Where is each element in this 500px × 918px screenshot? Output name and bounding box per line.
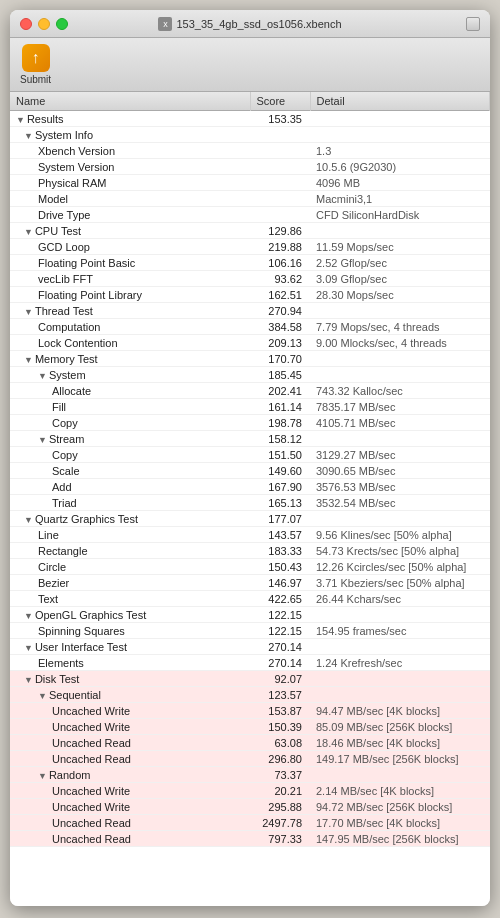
row-score: 162.51: [250, 287, 310, 303]
table-row: Elements270.141.24 Krefresh/sec: [10, 655, 490, 671]
table-row: Spinning Squares122.15154.95 frames/sec: [10, 623, 490, 639]
row-score: 167.90: [250, 479, 310, 495]
toolbar: ↑ Submit: [10, 38, 490, 92]
row-name: Uncached Read: [10, 751, 250, 767]
row-score: [250, 159, 310, 175]
row-score: 123.57: [250, 687, 310, 703]
row-score: 106.16: [250, 255, 310, 271]
row-name: Uncached Write: [10, 783, 250, 799]
row-score: 122.15: [250, 607, 310, 623]
row-score: 93.62: [250, 271, 310, 287]
toggle-arrow[interactable]: ▼: [24, 355, 33, 365]
zoom-button[interactable]: [56, 18, 68, 30]
toggle-arrow[interactable]: ▼: [24, 131, 33, 141]
table-row: ▼User Interface Test270.14: [10, 639, 490, 655]
table-row: Xbench Version1.3: [10, 143, 490, 159]
row-name: ▼Disk Test: [10, 671, 250, 687]
row-score: 63.08: [250, 735, 310, 751]
toggle-arrow[interactable]: ▼: [24, 307, 33, 317]
row-detail: 7.79 Mops/sec, 4 threads: [310, 319, 490, 335]
row-detail: 11.59 Mops/sec: [310, 239, 490, 255]
row-name: ▼CPU Test: [10, 223, 250, 239]
collapse-button[interactable]: [466, 17, 480, 31]
submit-button[interactable]: ↑ Submit: [20, 44, 51, 85]
row-score: 143.57: [250, 527, 310, 543]
row-score: 198.78: [250, 415, 310, 431]
row-score: 177.07: [250, 511, 310, 527]
table-row: Uncached Read797.33147.95 MB/sec [256K b…: [10, 831, 490, 847]
toggle-arrow[interactable]: ▼: [38, 691, 47, 701]
row-score: 270.14: [250, 639, 310, 655]
table-row: Circle150.4312.26 Kcircles/sec [50% alph…: [10, 559, 490, 575]
row-name: Model: [10, 191, 250, 207]
minimize-button[interactable]: [38, 18, 50, 30]
row-name: GCD Loop: [10, 239, 250, 255]
toggle-arrow[interactable]: ▼: [24, 515, 33, 525]
row-score: 219.88: [250, 239, 310, 255]
table-row: ▼Results153.35: [10, 111, 490, 127]
row-detail: 4096 MB: [310, 175, 490, 191]
row-score: 165.13: [250, 495, 310, 511]
table-row: ▼System Info: [10, 127, 490, 143]
table-row: Uncached Read2497.7817.70 MB/sec [4K blo…: [10, 815, 490, 831]
table-row: ▼Random73.37: [10, 767, 490, 783]
traffic-lights: [20, 18, 68, 30]
table-row: Drive TypeCFD SiliconHardDisk: [10, 207, 490, 223]
row-name: Bezier: [10, 575, 250, 591]
toggle-arrow[interactable]: ▼: [38, 371, 47, 381]
row-detail: 3.71 Kbeziers/sec [50% alpha]: [310, 575, 490, 591]
row-name: ▼Sequential: [10, 687, 250, 703]
row-name: Text: [10, 591, 250, 607]
toggle-arrow[interactable]: ▼: [38, 435, 47, 445]
row-name: ▼Quartz Graphics Test: [10, 511, 250, 527]
row-score: 149.60: [250, 463, 310, 479]
row-name: Spinning Squares: [10, 623, 250, 639]
row-detail: 1.24 Krefresh/sec: [310, 655, 490, 671]
toggle-arrow[interactable]: ▼: [16, 115, 25, 125]
table-row: Line143.579.56 Klines/sec [50% alpha]: [10, 527, 490, 543]
row-score: 122.15: [250, 623, 310, 639]
row-score: 153.87: [250, 703, 310, 719]
row-detail: [310, 127, 490, 143]
row-detail: 94.72 MB/sec [256K blocks]: [310, 799, 490, 815]
toggle-arrow[interactable]: ▼: [24, 227, 33, 237]
col-name: Name: [10, 92, 250, 111]
row-name: ▼System: [10, 367, 250, 383]
row-name: Fill: [10, 399, 250, 415]
toggle-arrow[interactable]: ▼: [24, 643, 33, 653]
toggle-arrow[interactable]: ▼: [38, 771, 47, 781]
table-row: ▼Disk Test92.07: [10, 671, 490, 687]
row-detail: [310, 351, 490, 367]
row-score: 161.14: [250, 399, 310, 415]
table-row: Uncached Read63.0818.46 MB/sec [4K block…: [10, 735, 490, 751]
table-row: Uncached Write295.8894.72 MB/sec [256K b…: [10, 799, 490, 815]
row-detail: Macmini3,1: [310, 191, 490, 207]
row-score: 270.14: [250, 655, 310, 671]
row-detail: 147.95 MB/sec [256K blocks]: [310, 831, 490, 847]
table-row: Bezier146.973.71 Kbeziers/sec [50% alpha…: [10, 575, 490, 591]
row-detail: 94.47 MB/sec [4K blocks]: [310, 703, 490, 719]
toggle-arrow[interactable]: ▼: [24, 675, 33, 685]
toggle-arrow[interactable]: ▼: [24, 611, 33, 621]
row-score: 384.58: [250, 319, 310, 335]
row-detail: CFD SiliconHardDisk: [310, 207, 490, 223]
results-table-container[interactable]: Name Score Detail ▼Results153.35▼System …: [10, 92, 490, 906]
row-name: Copy: [10, 447, 250, 463]
row-name: System Version: [10, 159, 250, 175]
row-score: 158.12: [250, 431, 310, 447]
row-detail: 26.44 Kchars/sec: [310, 591, 490, 607]
row-detail: [310, 607, 490, 623]
row-detail: 28.30 Mops/sec: [310, 287, 490, 303]
submit-icon: ↑: [22, 44, 50, 72]
row-detail: [310, 671, 490, 687]
row-name: Line: [10, 527, 250, 543]
table-row: ▼OpenGL Graphics Test122.15: [10, 607, 490, 623]
row-name: Rectangle: [10, 543, 250, 559]
close-button[interactable]: [20, 18, 32, 30]
row-name: ▼Memory Test: [10, 351, 250, 367]
row-detail: [310, 431, 490, 447]
row-name: Uncached Write: [10, 703, 250, 719]
row-name: Uncached Write: [10, 719, 250, 735]
table-row: Fill161.147835.17 MB/sec: [10, 399, 490, 415]
row-score: [250, 175, 310, 191]
